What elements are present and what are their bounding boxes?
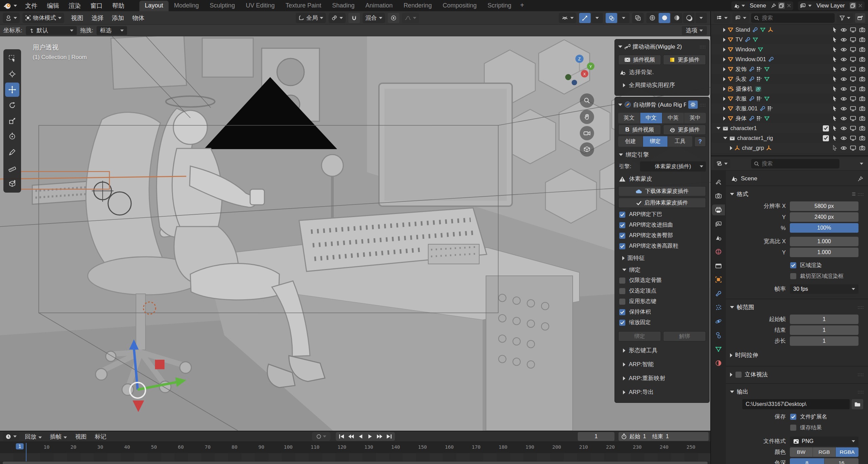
select-arrow-icon[interactable] [832,106,837,111]
collection-tab-button[interactable] [712,260,725,271]
expander-icon[interactable] [723,38,726,42]
monitor-icon[interactable] [850,47,856,52]
arp-opt2-checkbox-4[interactable] [619,319,626,326]
gizmo-dropdown[interactable] [591,13,603,23]
arp-opt2-checkbox-1[interactable] [619,288,626,295]
outliner-row-8[interactable]: 衣服.001 [711,104,868,113]
expander-icon[interactable] [723,137,727,139]
eye-icon[interactable] [840,87,847,91]
properties-editor-type-button[interactable] [714,159,730,168]
monitor-icon[interactable] [850,136,856,141]
select-arrow-icon[interactable] [832,125,837,131]
render-camera-icon[interactable] [859,37,865,42]
select-arrow-icon[interactable] [832,135,837,141]
render-camera-icon[interactable] [859,145,865,150]
arp-opt2-checkbox-2[interactable] [619,298,626,305]
timeline-menu-2[interactable]: 视图 [71,432,91,441]
expander-icon[interactable] [723,117,726,121]
zoom-button[interactable] [580,93,594,108]
eye-icon[interactable] [840,77,847,82]
add-workspace-button[interactable]: + [517,0,528,11]
render-camera-icon[interactable] [859,86,865,91]
render-camera-icon[interactable] [859,27,865,32]
color-depth-8[interactable]: 8 [790,458,824,464]
eye-icon[interactable] [840,146,847,150]
monitor-icon[interactable] [850,86,856,92]
shading-solid-button[interactable] [659,13,670,23]
ruler-tick-110[interactable]: 110 [311,444,319,450]
frame-range-panel-header[interactable]: 帧范围 :::: [726,302,868,314]
monitor-icon[interactable] [850,57,856,62]
browse-folder-button[interactable] [852,399,863,409]
arp-video-button[interactable]: B 插件视频 [618,125,661,135]
select-box-tool-button[interactable] [5,51,19,66]
ruler-tick-220[interactable]: 220 [606,444,615,450]
render-camera-icon[interactable] [859,116,865,121]
drag-dropdown[interactable]: 框选 [97,26,127,35]
ruler-tick-150[interactable]: 150 [418,444,427,450]
select-arrow-icon[interactable] [832,115,837,121]
arp-collapsed-section-3[interactable]: ARP:导出 [618,385,706,399]
wiggle-more-addons-button[interactable]: 更多插件 [663,55,706,65]
workspace-tab-modeling[interactable]: Modeling [169,1,204,11]
ruler-tick-140[interactable]: 140 [391,444,400,450]
render-camera-icon[interactable] [859,47,865,52]
arp-opt1-checkbox-1[interactable] [619,222,626,229]
arp-help-button[interactable]: ? [694,137,706,147]
select-arrow-icon[interactable] [832,37,837,42]
rotate-tool-button[interactable] [5,98,19,112]
region-render-checkbox[interactable] [790,262,797,269]
expander-icon[interactable] [723,77,726,81]
monitor-icon[interactable] [850,76,856,82]
topbar-menu-2[interactable]: 渲染 [64,1,86,11]
res-pct-field[interactable]: 100% [790,223,858,233]
scene-tab-button[interactable] [712,232,725,243]
output-panel-header[interactable]: 输出 :::: [726,387,868,398]
expander-icon[interactable] [723,57,726,61]
workspace-tab-rendering[interactable]: Rendering [398,1,437,11]
fps-dropdown[interactable]: 30 fps [790,284,858,294]
remove-icon[interactable] [858,3,863,8]
ruler-tick-170[interactable]: 170 [472,444,481,450]
eye-icon[interactable] [840,57,847,62]
scene-selector-chevron-icon[interactable] [742,5,745,7]
ruler-tick-120[interactable]: 120 [337,444,346,450]
auto-keying-toggle[interactable] [312,432,330,441]
wiggle-utils-section[interactable]: 全局摆动实用程序 [618,78,706,92]
arp-language-tab-2[interactable]: 中英 [662,113,684,123]
frame-range-grip-icon[interactable]: :::: [858,305,864,310]
workspace-tab-uv-editing[interactable]: UV Editing [240,1,280,11]
shading-rendered-button[interactable] [683,13,695,23]
select-arrow-icon[interactable] [832,66,837,72]
eye-icon[interactable] [840,28,847,32]
pivot-point-selector[interactable] [329,13,346,23]
expander-icon[interactable] [723,107,726,111]
select-arrow-icon[interactable] [832,96,837,102]
monitor-icon[interactable] [850,27,856,33]
outliner-search[interactable] [751,13,835,23]
snap-mode-selector[interactable]: 混合 [363,13,385,23]
output-grip-icon[interactable]: :::: [858,389,864,394]
arp-mode-tab-2[interactable]: 工具 [668,136,692,147]
monitor-icon[interactable] [850,67,856,72]
collection-checkbox[interactable] [823,135,829,141]
viewport-3d[interactable]: 用户透视 (1) Collection | Room Z Y X 摆动动画(Wi… [0,36,710,431]
render-camera-icon[interactable] [859,126,865,131]
unlink-icon[interactable] [787,3,791,8]
outliner-row-12[interactable]: char_grp [711,143,868,153]
color-mode-bw[interactable]: BW [790,447,813,457]
properties-search[interactable] [751,159,839,168]
aspect-x-field[interactable]: 1.000 [790,237,858,246]
timeline-end-value[interactable]: 1 [666,433,669,440]
ruler-tick-1[interactable]: 1 [16,443,24,449]
monitor-icon[interactable] [850,126,856,131]
new-copy-icon[interactable] [778,2,785,9]
shading-wireframe-button[interactable] [646,13,658,23]
arp-more-addons-button[interactable]: 更多插件 [663,125,706,135]
stereoscopy-header[interactable]: 立体视法 :::: [726,369,868,381]
ruler-tick-40[interactable]: 40 [124,444,130,450]
stereoscopy-grip-icon[interactable]: :::: [858,372,864,377]
render-camera-icon[interactable] [859,67,865,72]
ruler-tick-30[interactable]: 30 [97,444,103,450]
render-camera-icon[interactable] [859,57,865,62]
